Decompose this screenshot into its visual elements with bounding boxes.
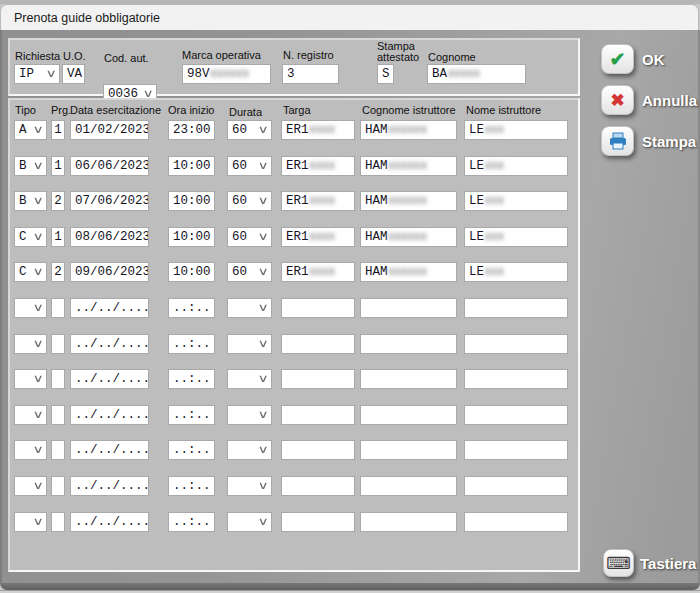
ora-inizio-field[interactable]: ..:.. (168, 440, 215, 460)
prg-field[interactable]: 2 (51, 262, 65, 282)
targa-field[interactable]: ER1xxxx (281, 120, 355, 140)
uo-field[interactable]: VA (62, 64, 85, 84)
ora-inizio-field[interactable]: 10:00 (168, 227, 215, 247)
data-esercitazione-field[interactable]: ../../.... (70, 512, 149, 532)
ok-button[interactable]: ✔ (601, 44, 634, 74)
cognome-istruttore-field[interactable]: HAMxxxxxx (360, 191, 457, 211)
tipo-combo[interactable]: ∨ (14, 334, 47, 354)
tipo-combo[interactable]: ∨ (14, 440, 47, 460)
data-esercitazione-field[interactable]: 01/02/2023 (70, 120, 149, 140)
tipo-combo[interactable]: A∨ (14, 120, 47, 140)
tipo-combo[interactable]: ∨ (14, 369, 47, 389)
nome-istruttore-field[interactable]: LExxx (464, 262, 568, 282)
ora-inizio-field[interactable]: 10:00 (168, 262, 215, 282)
targa-field[interactable] (281, 440, 355, 460)
annulla-button[interactable]: ✖ (601, 85, 634, 115)
stampa-attestato-field[interactable]: S (377, 64, 394, 84)
nome-istruttore-field[interactable] (464, 476, 568, 496)
n-registro-field[interactable]: 3 (282, 64, 339, 84)
stampa-button[interactable] (601, 126, 634, 156)
nome-istruttore-field[interactable]: LExxx (464, 191, 568, 211)
tastiera-button-label[interactable]: Tastiera (640, 555, 696, 572)
prg-field[interactable] (51, 405, 65, 425)
cognome-istruttore-field[interactable] (360, 369, 457, 389)
targa-field[interactable] (281, 476, 355, 496)
prg-field[interactable]: 1 (51, 120, 65, 140)
durata-combo[interactable]: ∨ (227, 512, 272, 532)
data-esercitazione-field[interactable]: 09/06/2023 (70, 262, 149, 282)
targa-field[interactable]: ER1xxxx (281, 191, 355, 211)
durata-combo[interactable]: ∨ (227, 369, 272, 389)
data-esercitazione-field[interactable]: ../../.... (70, 476, 149, 496)
tipo-combo[interactable]: B∨ (14, 191, 47, 211)
cognome-istruttore-field[interactable] (360, 405, 457, 425)
targa-field[interactable] (281, 369, 355, 389)
durata-combo[interactable]: ∨ (227, 440, 272, 460)
durata-combo[interactable]: ∨ (227, 405, 272, 425)
targa-field[interactable]: ER1xxxx (281, 262, 355, 282)
nome-istruttore-field[interactable] (464, 334, 568, 354)
cognome-istruttore-field[interactable]: HAMxxxxxx (360, 262, 457, 282)
prg-field[interactable] (51, 440, 65, 460)
data-esercitazione-field[interactable]: ../../.... (70, 369, 149, 389)
tipo-combo[interactable]: C∨ (14, 227, 47, 247)
nome-istruttore-field[interactable] (464, 512, 568, 532)
ok-button-label[interactable]: OK (642, 51, 665, 68)
tipo-combo[interactable]: C∨ (14, 262, 47, 282)
prg-field[interactable] (51, 298, 65, 318)
ora-inizio-field[interactable]: 10:00 (168, 191, 215, 211)
targa-field[interactable] (281, 405, 355, 425)
ora-inizio-field[interactable]: 23:00 (168, 120, 215, 140)
marca-operativa-field[interactable]: 98Vxxxxxx (182, 64, 271, 84)
data-esercitazione-field[interactable]: ../../.... (70, 334, 149, 354)
durata-combo[interactable]: ∨ (227, 476, 272, 496)
annulla-button-label[interactable]: Annulla (642, 92, 697, 109)
tastiera-button[interactable]: ⌨ (603, 549, 634, 577)
nome-istruttore-field[interactable] (464, 440, 568, 460)
data-esercitazione-field[interactable]: ../../.... (70, 405, 149, 425)
data-esercitazione-field[interactable]: ../../.... (70, 298, 149, 318)
targa-field[interactable]: ER1xxxx (281, 156, 355, 176)
durata-combo[interactable]: 60∨ (227, 191, 272, 211)
ora-inizio-field[interactable]: 10:00 (168, 156, 215, 176)
cognome-istruttore-field[interactable]: HAMxxxxxx (360, 120, 457, 140)
prg-field[interactable] (51, 476, 65, 496)
data-esercitazione-field[interactable]: 07/06/2023 (70, 191, 149, 211)
richiesta-combo[interactable]: IP ∨ (14, 64, 60, 84)
durata-combo[interactable]: ∨ (227, 334, 272, 354)
prg-field[interactable] (51, 369, 65, 389)
tipo-combo[interactable]: B∨ (14, 156, 47, 176)
nome-istruttore-field[interactable]: LExxx (464, 227, 568, 247)
nome-istruttore-field[interactable] (464, 298, 568, 318)
data-esercitazione-field[interactable]: ../../.... (70, 440, 149, 460)
tipo-combo[interactable]: ∨ (14, 298, 47, 318)
ora-inizio-field[interactable]: ..:.. (168, 334, 215, 354)
targa-field[interactable] (281, 512, 355, 532)
targa-field[interactable]: ER1xxxx (281, 227, 355, 247)
ora-inizio-field[interactable]: ..:.. (168, 476, 215, 496)
targa-field[interactable] (281, 334, 355, 354)
durata-combo[interactable]: ∨ (227, 298, 272, 318)
stampa-button-label[interactable]: Stampa (642, 133, 696, 150)
prg-field[interactable]: 1 (51, 156, 65, 176)
tipo-combo[interactable]: ∨ (14, 476, 47, 496)
prg-field[interactable]: 1 (51, 227, 65, 247)
cognome-istruttore-field[interactable] (360, 440, 457, 460)
cognome-istruttore-field[interactable] (360, 334, 457, 354)
nome-istruttore-field[interactable]: LExxx (464, 156, 568, 176)
ora-inizio-field[interactable]: ..:.. (168, 298, 215, 318)
ora-inizio-field[interactable]: ..:.. (168, 369, 215, 389)
cognome-field[interactable]: BAxxxxx (427, 64, 526, 84)
tipo-combo[interactable]: ∨ (14, 405, 47, 425)
nome-istruttore-field[interactable] (464, 405, 568, 425)
durata-combo[interactable]: 60∨ (227, 262, 272, 282)
durata-combo[interactable]: 60∨ (227, 156, 272, 176)
data-esercitazione-field[interactable]: 06/06/2023 (70, 156, 149, 176)
cognome-istruttore-field[interactable] (360, 298, 457, 318)
prg-field[interactable] (51, 334, 65, 354)
cognome-istruttore-field[interactable] (360, 512, 457, 532)
ora-inizio-field[interactable]: ..:.. (168, 405, 215, 425)
durata-combo[interactable]: 60∨ (227, 227, 272, 247)
targa-field[interactable] (281, 298, 355, 318)
nome-istruttore-field[interactable] (464, 369, 568, 389)
